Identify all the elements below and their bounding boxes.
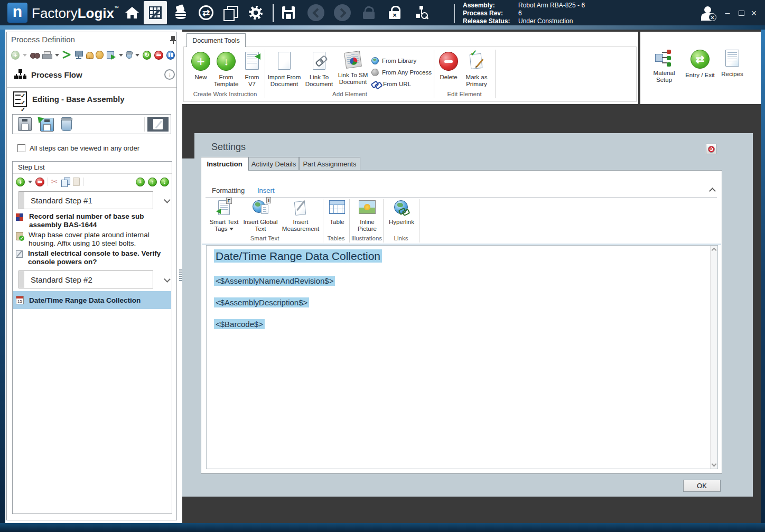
- from-v7-button[interactable]: From V7: [240, 52, 264, 88]
- new-button[interactable]: + New: [189, 52, 212, 81]
- group-links-label: Links: [384, 235, 418, 241]
- edit-instruction-button[interactable]: [147, 117, 169, 132]
- tab-document-tools[interactable]: Document Tools: [186, 33, 246, 47]
- collapse-circle-icon[interactable]: ↓: [164, 69, 175, 80]
- from-any-process-label: From Any Process: [382, 69, 432, 76]
- hyperlink-button[interactable]: Hyperlink: [386, 200, 417, 226]
- pin-button[interactable]: [170, 35, 177, 44]
- link-to-sm-document-button[interactable]: Link To SM Document: [337, 52, 369, 86]
- pause-button[interactable]: [166, 51, 175, 60]
- editor-tab-insert[interactable]: Insert: [257, 186, 275, 194]
- settings-button[interactable]: [244, 1, 267, 24]
- scroll-up-arrow[interactable]: [712, 248, 717, 253]
- smart-text-tags-button[interactable]: F Smart Text Tags: [209, 200, 239, 232]
- from-library-button[interactable]: From Library: [371, 55, 434, 67]
- step-1-expand-chevron[interactable]: [164, 197, 171, 203]
- delete-work-instruction-button[interactable]: [61, 117, 72, 131]
- unlock-button[interactable]: [357, 1, 380, 24]
- save-process-button[interactable]: [18, 117, 32, 131]
- add-process-button[interactable]: +: [11, 51, 20, 60]
- tab-activity-details[interactable]: Activity Details: [248, 157, 299, 171]
- insert-step-button[interactable]: +: [136, 178, 145, 186]
- shuffle-icon[interactable]: [62, 51, 71, 59]
- remove-step-button[interactable]: [35, 178, 44, 186]
- documents-button[interactable]: [219, 1, 242, 24]
- config-gear-icon[interactable]: [96, 51, 104, 59]
- step-1-label: Standard Step #1: [31, 196, 92, 205]
- delete-element-button[interactable]: Delete: [437, 52, 460, 81]
- materials-button[interactable]: [169, 1, 192, 24]
- export-process-icon[interactable]: [107, 51, 115, 59]
- settings-close-button[interactable]: ×: [706, 144, 716, 154]
- from-template-button[interactable]: ↓ From Template: [212, 52, 240, 88]
- process-audit-button[interactable]: [410, 1, 433, 24]
- order-checkbox[interactable]: [17, 144, 25, 152]
- lock-button[interactable]: ×: [384, 1, 407, 24]
- save-button[interactable]: [277, 1, 300, 24]
- minimize-button[interactable]: –: [722, 7, 733, 19]
- step-header-1[interactable]: Standard Step #1: [18, 191, 153, 209]
- entry-exit-button[interactable]: ⇄ Entry / Exit: [683, 50, 717, 79]
- insert-global-text-button[interactable]: I Insert Global Text: [241, 200, 279, 232]
- step-item-install-console[interactable]: Install electrical console to base. Veri…: [16, 249, 169, 266]
- paste-icon[interactable]: [73, 178, 80, 186]
- move-step-up-button[interactable]: ↑: [148, 178, 157, 186]
- recipes-button[interactable]: Recipes: [719, 50, 746, 78]
- step-drag-strip[interactable]: [19, 271, 24, 288]
- link-to-document-button[interactable]: Link To Document: [303, 52, 335, 88]
- logout-button[interactable]: ×: [696, 2, 720, 25]
- step-item-datetime-selected[interactable]: 15 Date/Time Range Data Collection: [13, 291, 171, 309]
- export-caret[interactable]: [119, 54, 123, 57]
- step-drag-strip[interactable]: [19, 192, 24, 209]
- tab-part-assignments[interactable]: Part Assignments: [299, 157, 360, 171]
- from-url-button[interactable]: From URL: [371, 78, 434, 90]
- doc-smart-tag: <$AssemblyDescription$>: [214, 298, 717, 307]
- deploy-screen-icon[interactable]: [74, 51, 82, 59]
- from-url-label: From URL: [383, 81, 411, 87]
- cut-icon[interactable]: ✂: [51, 177, 58, 186]
- print-button[interactable]: [42, 51, 51, 59]
- from-template-label: From Template: [212, 74, 240, 88]
- insert-measurement-button[interactable]: Insert Measurement: [281, 200, 321, 232]
- ok-button[interactable]: OK: [683, 480, 721, 492]
- maximize-button[interactable]: [735, 7, 747, 19]
- find-icon[interactable]: [30, 51, 39, 59]
- print-caret[interactable]: [55, 54, 59, 57]
- process-flow-row[interactable]: Process Flow ↓: [7, 64, 176, 88]
- add-process-caret[interactable]: [23, 54, 27, 57]
- step-header-2[interactable]: Standard Step #2: [18, 270, 153, 288]
- refresh-button[interactable]: ↻: [143, 51, 151, 60]
- material-setup-button[interactable]: Material Setup: [648, 50, 680, 83]
- inline-picture-button[interactable]: Inline Picture: [352, 200, 382, 232]
- ribbon-collapse-chevron[interactable]: [709, 188, 716, 194]
- logo-n-glyph: n: [13, 4, 22, 20]
- sync-button[interactable]: ⇄: [194, 1, 218, 24]
- save-export-button[interactable]: [38, 117, 54, 132]
- step-item-record-serial[interactable]: Record serial number of base sub assembl…: [16, 212, 169, 229]
- editor-scrollbar[interactable]: [710, 246, 717, 469]
- step-2-expand-chevron[interactable]: [164, 276, 171, 283]
- import-from-document-button[interactable]: Import From Document: [267, 52, 302, 88]
- forward-button[interactable]: [331, 1, 354, 24]
- home-button[interactable]: [120, 1, 144, 24]
- delete-caret[interactable]: [135, 54, 139, 57]
- close-button[interactable]: ×: [748, 7, 760, 19]
- table-button[interactable]: Table: [326, 200, 348, 226]
- scroll-down-arrow[interactable]: [712, 462, 717, 467]
- from-any-process-button[interactable]: From Any Process: [371, 67, 434, 78]
- instruction-document-editor[interactable]: Date/Time Range Data Collection <$Assemb…: [206, 245, 718, 469]
- step-item-wrap-cover[interactable]: ✓ Wrap base cover plate around internal …: [16, 231, 169, 248]
- remove-button[interactable]: [154, 51, 163, 60]
- copy-icon[interactable]: [61, 178, 70, 186]
- alert-bell-icon[interactable]: [86, 51, 92, 59]
- move-step-down-button[interactable]: ↓: [160, 178, 169, 186]
- add-step-button[interactable]: +: [16, 178, 25, 186]
- add-step-caret[interactable]: [28, 181, 32, 183]
- tab-instruction[interactable]: Instruction: [201, 157, 248, 171]
- mark-as-primary-button[interactable]: ✓ Mark as Primary: [461, 52, 492, 88]
- order-checkbox-row[interactable]: All steps can be viewed in any order: [17, 144, 139, 152]
- editor-tab-formatting[interactable]: Formatting: [212, 186, 245, 194]
- delete-process-icon[interactable]: [126, 51, 133, 59]
- process-definition-button-active[interactable]: [144, 1, 167, 24]
- back-button[interactable]: [304, 1, 328, 24]
